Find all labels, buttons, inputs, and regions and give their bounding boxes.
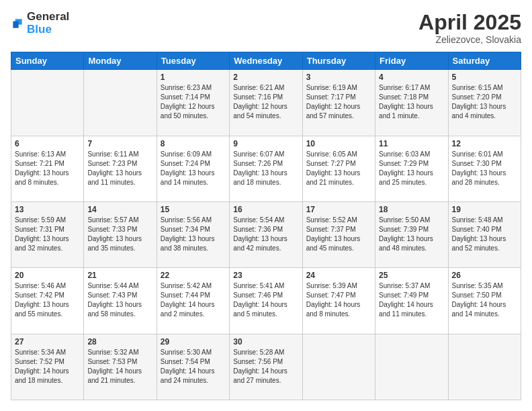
title-area: April 2025 Zeliezovce, Slovakia bbox=[418, 11, 521, 45]
table-row: 12Sunrise: 6:01 AM Sunset: 7:30 PM Dayli… bbox=[448, 136, 521, 201]
table-row: 22Sunrise: 5:42 AM Sunset: 7:44 PM Dayli… bbox=[157, 268, 229, 334]
day-number: 12 bbox=[452, 139, 517, 148]
logo: General Blue bbox=[11, 11, 69, 36]
day-number: 15 bbox=[161, 205, 226, 214]
day-number: 20 bbox=[15, 271, 80, 280]
day-number: 30 bbox=[233, 337, 298, 347]
table-row: 5Sunrise: 6:15 AM Sunset: 7:20 PM Daylig… bbox=[448, 70, 521, 136]
day-number: 17 bbox=[306, 205, 371, 214]
day-number: 22 bbox=[161, 271, 226, 280]
table-row: 9Sunrise: 6:07 AM Sunset: 7:26 PM Daylig… bbox=[230, 136, 302, 201]
table-row: 1Sunrise: 6:23 AM Sunset: 7:14 PM Daylig… bbox=[157, 70, 229, 136]
calendar-week-row: 6Sunrise: 6:13 AM Sunset: 7:21 PM Daylig… bbox=[11, 136, 521, 201]
day-number: 10 bbox=[306, 139, 371, 148]
table-row: 19Sunrise: 5:48 AM Sunset: 7:40 PM Dayli… bbox=[448, 201, 521, 267]
day-info: Sunrise: 5:50 AM Sunset: 7:39 PM Dayligh… bbox=[379, 216, 444, 253]
day-number: 5 bbox=[452, 73, 517, 82]
day-number: 29 bbox=[161, 337, 226, 347]
day-info: Sunrise: 6:13 AM Sunset: 7:21 PM Dayligh… bbox=[15, 150, 80, 187]
table-row: 16Sunrise: 5:54 AM Sunset: 7:36 PM Dayli… bbox=[230, 201, 302, 267]
logo-text: General Blue bbox=[27, 11, 69, 36]
day-number: 7 bbox=[87, 139, 152, 148]
day-number: 21 bbox=[87, 271, 152, 280]
calendar-week-row: 1Sunrise: 6:23 AM Sunset: 7:14 PM Daylig… bbox=[11, 70, 521, 136]
calendar-week-row: 13Sunrise: 5:59 AM Sunset: 7:31 PM Dayli… bbox=[11, 201, 521, 267]
day-info: Sunrise: 6:15 AM Sunset: 7:20 PM Dayligh… bbox=[452, 83, 517, 121]
table-row: 20Sunrise: 5:46 AM Sunset: 7:42 PM Dayli… bbox=[11, 268, 84, 334]
table-row: 15Sunrise: 5:56 AM Sunset: 7:34 PM Dayli… bbox=[157, 201, 229, 267]
day-info: Sunrise: 5:39 AM Sunset: 7:47 PM Dayligh… bbox=[306, 281, 371, 319]
table-row: 26Sunrise: 5:35 AM Sunset: 7:50 PM Dayli… bbox=[448, 268, 521, 334]
table-row bbox=[11, 70, 84, 136]
day-info: Sunrise: 5:54 AM Sunset: 7:36 PM Dayligh… bbox=[233, 216, 298, 253]
table-row: 25Sunrise: 5:37 AM Sunset: 7:49 PM Dayli… bbox=[375, 268, 448, 334]
col-monday: Monday bbox=[84, 52, 157, 70]
col-sunday: Sunday bbox=[11, 52, 84, 70]
month-title: April 2025 bbox=[418, 11, 521, 34]
table-row: 2Sunrise: 6:21 AM Sunset: 7:16 PM Daylig… bbox=[230, 70, 302, 136]
day-number: 11 bbox=[379, 139, 444, 148]
day-number: 8 bbox=[161, 139, 226, 148]
col-tuesday: Tuesday bbox=[157, 52, 229, 70]
day-number: 19 bbox=[452, 205, 517, 214]
day-info: Sunrise: 5:57 AM Sunset: 7:33 PM Dayligh… bbox=[87, 216, 152, 253]
location-subtitle: Zeliezovce, Slovakia bbox=[418, 34, 521, 45]
day-info: Sunrise: 5:32 AM Sunset: 7:53 PM Dayligh… bbox=[87, 348, 152, 385]
day-number: 18 bbox=[379, 205, 444, 214]
table-row: 4Sunrise: 6:17 AM Sunset: 7:18 PM Daylig… bbox=[375, 70, 448, 136]
calendar-week-row: 27Sunrise: 5:34 AM Sunset: 7:52 PM Dayli… bbox=[11, 334, 521, 400]
day-number: 16 bbox=[233, 205, 298, 214]
day-number: 28 bbox=[87, 337, 152, 347]
header: General Blue April 2025 Zeliezovce, Slov… bbox=[11, 11, 521, 45]
table-row: 3Sunrise: 6:19 AM Sunset: 7:17 PM Daylig… bbox=[302, 70, 375, 136]
day-info: Sunrise: 6:07 AM Sunset: 7:26 PM Dayligh… bbox=[233, 150, 298, 187]
table-row bbox=[84, 70, 157, 136]
col-saturday: Saturday bbox=[448, 52, 521, 70]
day-number: 26 bbox=[452, 271, 517, 280]
day-info: Sunrise: 5:35 AM Sunset: 7:50 PM Dayligh… bbox=[452, 281, 517, 319]
table-row: 21Sunrise: 5:44 AM Sunset: 7:43 PM Dayli… bbox=[84, 268, 157, 334]
day-info: Sunrise: 5:34 AM Sunset: 7:52 PM Dayligh… bbox=[15, 348, 80, 385]
table-row bbox=[302, 334, 375, 400]
table-row: 17Sunrise: 5:52 AM Sunset: 7:37 PM Dayli… bbox=[302, 201, 375, 267]
logo-icon bbox=[11, 17, 24, 30]
logo-blue: Blue bbox=[27, 24, 69, 36]
day-info: Sunrise: 5:28 AM Sunset: 7:56 PM Dayligh… bbox=[233, 348, 298, 385]
day-number: 13 bbox=[15, 205, 80, 214]
day-info: Sunrise: 6:11 AM Sunset: 7:23 PM Dayligh… bbox=[87, 150, 152, 187]
table-row: 28Sunrise: 5:32 AM Sunset: 7:53 PM Dayli… bbox=[84, 334, 157, 400]
day-number: 14 bbox=[87, 205, 152, 214]
day-info: Sunrise: 5:52 AM Sunset: 7:37 PM Dayligh… bbox=[306, 216, 371, 253]
day-number: 1 bbox=[161, 73, 226, 82]
day-number: 4 bbox=[379, 73, 444, 82]
table-row: 7Sunrise: 6:11 AM Sunset: 7:23 PM Daylig… bbox=[84, 136, 157, 201]
day-info: Sunrise: 6:21 AM Sunset: 7:16 PM Dayligh… bbox=[233, 83, 298, 121]
day-info: Sunrise: 5:59 AM Sunset: 7:31 PM Dayligh… bbox=[15, 216, 80, 253]
day-info: Sunrise: 5:42 AM Sunset: 7:44 PM Dayligh… bbox=[161, 281, 226, 319]
day-number: 23 bbox=[233, 271, 298, 280]
day-info: Sunrise: 6:01 AM Sunset: 7:30 PM Dayligh… bbox=[452, 150, 517, 187]
day-info: Sunrise: 6:03 AM Sunset: 7:29 PM Dayligh… bbox=[379, 150, 444, 187]
table-row: 8Sunrise: 6:09 AM Sunset: 7:24 PM Daylig… bbox=[157, 136, 229, 201]
calendar-week-row: 20Sunrise: 5:46 AM Sunset: 7:42 PM Dayli… bbox=[11, 268, 521, 334]
day-info: Sunrise: 5:41 AM Sunset: 7:46 PM Dayligh… bbox=[233, 281, 298, 319]
col-friday: Friday bbox=[375, 52, 448, 70]
day-info: Sunrise: 5:30 AM Sunset: 7:54 PM Dayligh… bbox=[161, 348, 226, 385]
table-row: 27Sunrise: 5:34 AM Sunset: 7:52 PM Dayli… bbox=[11, 334, 84, 400]
table-row: 29Sunrise: 5:30 AM Sunset: 7:54 PM Dayli… bbox=[157, 334, 229, 400]
day-info: Sunrise: 6:05 AM Sunset: 7:27 PM Dayligh… bbox=[306, 150, 371, 187]
page: General Blue April 2025 Zeliezovce, Slov… bbox=[0, 0, 532, 411]
table-row bbox=[375, 334, 448, 400]
day-info: Sunrise: 6:09 AM Sunset: 7:24 PM Dayligh… bbox=[161, 150, 226, 187]
table-row: 30Sunrise: 5:28 AM Sunset: 7:56 PM Dayli… bbox=[230, 334, 302, 400]
table-row: 11Sunrise: 6:03 AM Sunset: 7:29 PM Dayli… bbox=[375, 136, 448, 201]
table-row: 14Sunrise: 5:57 AM Sunset: 7:33 PM Dayli… bbox=[84, 201, 157, 267]
day-info: Sunrise: 5:48 AM Sunset: 7:40 PM Dayligh… bbox=[452, 216, 517, 253]
table-row: 24Sunrise: 5:39 AM Sunset: 7:47 PM Dayli… bbox=[302, 268, 375, 334]
table-row: 23Sunrise: 5:41 AM Sunset: 7:46 PM Dayli… bbox=[230, 268, 302, 334]
table-row: 10Sunrise: 6:05 AM Sunset: 7:27 PM Dayli… bbox=[302, 136, 375, 201]
day-info: Sunrise: 6:17 AM Sunset: 7:18 PM Dayligh… bbox=[379, 83, 444, 121]
day-info: Sunrise: 6:19 AM Sunset: 7:17 PM Dayligh… bbox=[306, 83, 371, 121]
day-number: 6 bbox=[15, 139, 80, 148]
table-row: 18Sunrise: 5:50 AM Sunset: 7:39 PM Dayli… bbox=[375, 201, 448, 267]
